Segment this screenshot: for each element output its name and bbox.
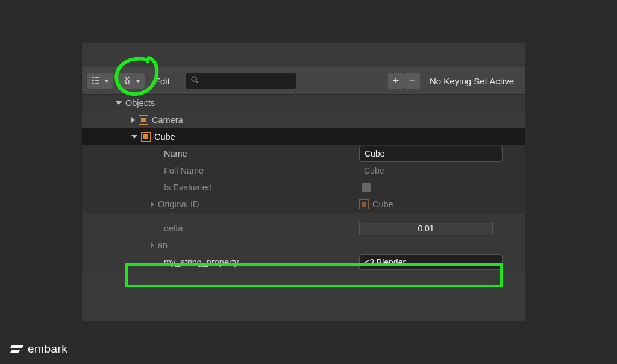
- expand-icon: [131, 135, 137, 139]
- prop-row-fullname: Full Name Cube: [82, 162, 525, 179]
- expand-icon: [116, 101, 122, 105]
- embark-logo-icon: [11, 343, 23, 355]
- prop-mystr-label: my_string_property: [164, 257, 239, 267]
- watermark: embark: [11, 342, 67, 356]
- spacer: [82, 213, 525, 220]
- objects-label: Objects: [125, 98, 155, 108]
- editor-type-dropdown[interactable]: [87, 73, 113, 89]
- prop-row-iseval: Is Evaluated: [82, 179, 525, 196]
- iseval-checkbox[interactable]: [362, 183, 371, 192]
- delta-value: 0.01: [418, 224, 434, 233]
- prop-origid-label: Original ID: [158, 199, 199, 209]
- fullname-field: Cube: [359, 163, 501, 178]
- delta-input[interactable]: 0.01: [359, 221, 493, 236]
- expand-icon: [131, 117, 135, 123]
- origid-value: Cube: [372, 199, 393, 209]
- expand-icon: [151, 242, 154, 248]
- search-icon: [190, 75, 199, 86]
- fullname-value: Cube: [364, 166, 384, 175]
- cube-label: Cube: [154, 132, 175, 142]
- tree-row-objects[interactable]: Objects: [82, 95, 525, 111]
- mesh-icon: [359, 199, 369, 209]
- watermark-text: embark: [28, 342, 67, 356]
- prop-row-origid[interactable]: Original ID Cube: [82, 196, 525, 213]
- name-value: Cube: [365, 149, 384, 158]
- camera-label: Camera: [152, 115, 183, 125]
- prop-row-an[interactable]: an: [82, 237, 525, 254]
- mystring-input[interactable]: <3 Blender: [359, 254, 503, 270]
- svg-line-1: [196, 81, 198, 84]
- display-mode-dropdown[interactable]: [118, 73, 145, 89]
- mesh-icon: [141, 132, 151, 142]
- outliner-tree-icon: [91, 75, 101, 87]
- svg-point-0: [192, 77, 196, 81]
- tree-row-camera[interactable]: Camera: [82, 111, 525, 128]
- prop-row-mystring: my_string_property <3 Blender: [82, 254, 525, 271]
- tree-row-cube[interactable]: Cube: [82, 128, 525, 145]
- mesh-icon: [139, 115, 148, 125]
- name-input[interactable]: Cube: [359, 146, 503, 162]
- prop-row-delta: delta 0.01: [82, 220, 525, 237]
- outliner-panel: Edit + − No Keying Set Active Objects Ca…: [81, 43, 525, 321]
- outliner-tree: Objects Camera Cube Name Cube Full Name: [82, 95, 525, 271]
- prop-delta-label: delta: [164, 224, 183, 233]
- prop-name-label: Name: [164, 149, 187, 158]
- dna-icon: [122, 75, 132, 87]
- add-keying-button[interactable]: +: [388, 73, 404, 89]
- prop-iseval-label: Is Evaluated: [164, 183, 212, 192]
- prop-an-label: an: [158, 240, 168, 250]
- search-input[interactable]: [186, 73, 296, 89]
- prop-row-name: Name Cube: [82, 145, 525, 162]
- chevron-down-icon: [136, 80, 140, 83]
- prop-fullname-label: Full Name: [164, 166, 204, 175]
- outliner-header: Edit + − No Keying Set Active: [82, 67, 525, 95]
- edit-menu[interactable]: Edit: [149, 76, 175, 86]
- mystring-value: <3 Blender: [365, 257, 406, 267]
- chevron-down-icon: [104, 80, 109, 83]
- expand-icon: [151, 201, 154, 207]
- remove-keying-button[interactable]: −: [404, 73, 420, 89]
- keying-set-status: No Keying Set Active: [425, 76, 520, 86]
